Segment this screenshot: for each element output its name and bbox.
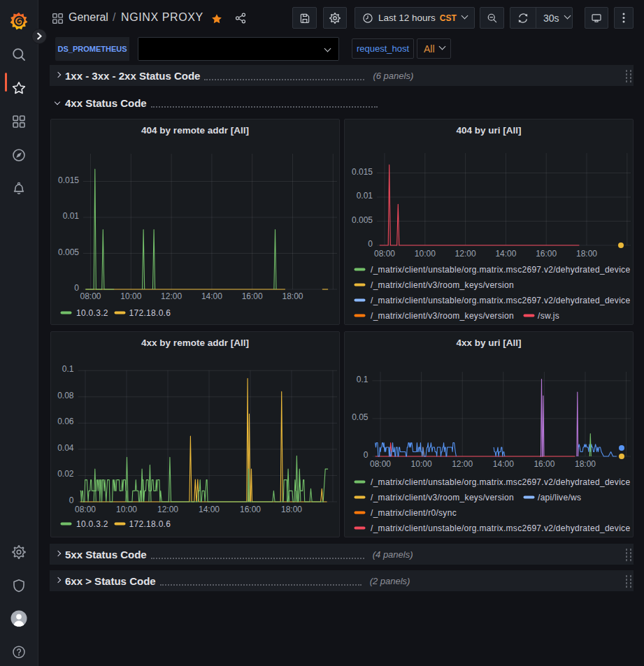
svg-text:10:00: 10:00 [415,249,436,259]
svg-text:18:00: 18:00 [282,291,303,301]
svg-text:/api/live/ws: /api/live/ws [538,493,581,502]
svg-text:/_matrix/client/r0/sync: /_matrix/client/r0/sync [371,508,457,518]
svg-text:16:00: 16:00 [534,459,554,469]
svg-text:/_matrix/client/unstable/org.m: /_matrix/client/unstable/org.matrix.msc2… [371,265,630,275]
svg-text:/_matrix/client/unstable/org.m: /_matrix/client/unstable/org.matrix.msc2… [371,296,630,305]
svg-text:12:00: 12:00 [161,291,182,301]
svg-text:08:00: 08:00 [80,291,101,301]
svg-text:18:00: 18:00 [281,505,302,514]
svg-text:12:00: 12:00 [157,505,178,514]
svg-text:10:00: 10:00 [120,291,141,301]
svg-text:0.1: 0.1 [62,364,74,374]
svg-text:12:00: 12:00 [452,459,473,469]
svg-text:16:00: 16:00 [242,291,263,301]
svg-text:/_matrix/client/unstable/org.m: /_matrix/client/unstable/org.matrix.msc2… [371,477,630,487]
svg-text:08:00: 08:00 [370,459,391,469]
svg-text:10.0.3.2: 10.0.3.2 [76,308,108,318]
svg-text:0.01: 0.01 [357,191,373,201]
svg-text:0.08: 0.08 [57,391,74,400]
svg-text:0.1: 0.1 [357,375,368,384]
svg-text:0.005: 0.005 [352,215,373,225]
svg-text:0: 0 [74,283,79,293]
svg-text:14:00: 14:00 [201,291,222,301]
svg-text:14:00: 14:00 [199,505,220,514]
svg-text:16:00: 16:00 [240,505,261,514]
svg-text:0.06: 0.06 [57,417,74,426]
svg-text:/_matrix/client/v3/room_keys/v: /_matrix/client/v3/room_keys/version [371,311,514,321]
svg-text:10:00: 10:00 [411,459,432,469]
svg-text:18:00: 18:00 [575,459,596,469]
svg-text:0.04: 0.04 [57,443,74,453]
svg-text:172.18.0.6: 172.18.0.6 [129,308,171,318]
svg-text:0.01: 0.01 [63,211,80,221]
svg-text:10:00: 10:00 [116,505,137,514]
svg-text:0: 0 [364,450,368,460]
svg-text:08:00: 08:00 [75,505,96,514]
svg-text:14:00: 14:00 [493,459,514,469]
svg-text:08:00: 08:00 [374,249,395,259]
svg-text:0.005: 0.005 [58,247,79,257]
svg-text:0.015: 0.015 [58,175,79,185]
svg-text:0: 0 [368,239,373,249]
svg-text:0.015: 0.015 [352,167,373,177]
svg-text:172.18.0.6: 172.18.0.6 [129,519,171,529]
svg-text:18:00: 18:00 [576,249,597,259]
svg-text:10.0.3.2: 10.0.3.2 [76,519,108,529]
svg-text:0.02: 0.02 [57,469,74,479]
svg-text:0: 0 [69,495,74,505]
svg-text:/_matrix/client/v3/room_keys/v: /_matrix/client/v3/room_keys/version [371,280,514,290]
svg-text:16:00: 16:00 [536,249,557,259]
svg-text:/_matrix/client/v3/room_keys/v: /_matrix/client/v3/room_keys/version [371,493,514,502]
svg-text:0.05: 0.05 [352,412,368,422]
svg-text:14:00: 14:00 [495,249,516,259]
svg-text:12:00: 12:00 [455,249,476,259]
svg-text:/_matrix/client/unstable/org.m: /_matrix/client/unstable/org.matrix.msc2… [371,523,630,533]
svg-text:/sw.js: /sw.js [538,311,559,321]
